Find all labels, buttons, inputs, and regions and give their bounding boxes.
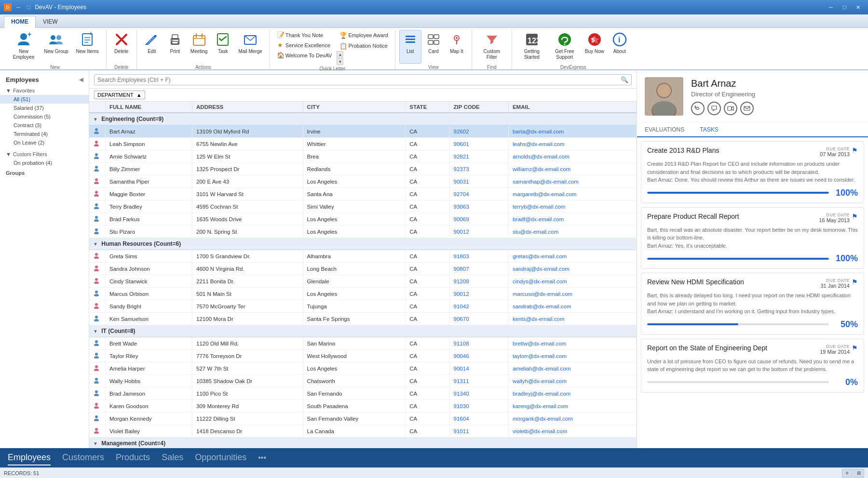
sidebar-custom-filters-header[interactable]: ▼ Custom Filters bbox=[0, 150, 89, 159]
emp-name-cell[interactable]: Brett Wade bbox=[106, 337, 192, 350]
map-view-button[interactable]: Map It bbox=[446, 30, 468, 64]
emp-email-cell[interactable]: sandraj@dx-email.com bbox=[508, 263, 636, 275]
emp-zip-cell[interactable]: 92821 bbox=[449, 150, 508, 163]
minimize-button[interactable]: ─ bbox=[825, 2, 837, 12]
email-link[interactable]: terryb@dx-email.com bbox=[513, 204, 565, 210]
sidebar-item-on-leave[interactable]: On Leave (2) bbox=[0, 138, 89, 147]
video-action-btn[interactable] bbox=[724, 102, 737, 115]
group-chevron[interactable]: ▼ bbox=[93, 329, 98, 334]
zip-link[interactable]: 90014 bbox=[454, 366, 469, 372]
emp-zip-cell[interactable]: 91604 bbox=[449, 412, 508, 425]
table-row[interactable]: Taylor Riley 7776 Torreyson Dr West Holl… bbox=[89, 350, 637, 362]
bottom-more-btn[interactable]: ••• bbox=[258, 453, 266, 462]
email-link[interactable]: williamz@dx-email.com bbox=[513, 166, 570, 172]
emp-email-cell[interactable]: bradf@dx-email.com bbox=[508, 213, 636, 226]
group-row[interactable]: ▼ IT (Count=8) bbox=[89, 325, 637, 337]
emp-name-cell[interactable]: Violet Bailey bbox=[106, 425, 192, 438]
emp-email-cell[interactable]: marcuso@dx-email.com bbox=[508, 288, 636, 300]
zip-link[interactable]: 91803 bbox=[454, 253, 469, 259]
bottom-tab-opportunities[interactable]: Opportunities bbox=[195, 451, 246, 465]
emp-name-cell[interactable]: Samantha Piper bbox=[106, 175, 192, 188]
email-action-btn[interactable] bbox=[740, 102, 754, 115]
table-row[interactable]: Maggie Boxter 3101 W Harvard St Santa An… bbox=[89, 188, 637, 200]
zip-link[interactable]: 91108 bbox=[454, 341, 469, 346]
col-city[interactable]: CITY bbox=[303, 102, 406, 113]
email-link[interactable]: morgank@dx-email.com bbox=[513, 416, 573, 422]
zip-link[interactable]: 91042 bbox=[454, 304, 469, 309]
close-button[interactable]: ✕ bbox=[852, 2, 864, 12]
window-minimize-btn[interactable]: ─ bbox=[14, 4, 22, 10]
email-link[interactable]: sandraj@dx-email.com bbox=[513, 266, 570, 272]
sidebar-favorites-header[interactable]: ▼ Favorites bbox=[0, 86, 89, 95]
about-button[interactable]: i About bbox=[609, 30, 631, 64]
emp-email-cell[interactable]: margaretb@dx-email.com bbox=[508, 188, 636, 200]
email-link[interactable]: margaretb@dx-email.com bbox=[513, 191, 576, 197]
email-link[interactable]: taylorr@dx-email.com bbox=[513, 353, 567, 359]
table-row[interactable]: Sandra Johnson 4600 N Virginia Rd. Long … bbox=[89, 263, 637, 275]
emp-name-cell[interactable]: Arnie Schwartz bbox=[106, 150, 192, 163]
emp-name-cell[interactable]: Taylor Riley bbox=[106, 350, 192, 362]
email-link[interactable]: sandrab@dx-email.com bbox=[513, 304, 571, 309]
emp-email-cell[interactable]: barta@dx-email.com bbox=[508, 125, 636, 138]
emp-email-cell[interactable]: sandrab@dx-email.com bbox=[508, 300, 636, 313]
thank-you-note-button[interactable]: 📝 Thank You Note bbox=[274, 30, 335, 40]
emp-zip-cell[interactable]: 91042 bbox=[449, 300, 508, 313]
bottom-tab-employees[interactable]: Employees bbox=[8, 451, 51, 465]
meeting-button[interactable]: Meeting bbox=[187, 30, 211, 64]
email-link[interactable]: cindys@dx-email.com bbox=[513, 279, 567, 284]
tab-tasks[interactable]: TASKS bbox=[692, 123, 726, 137]
emp-zip-cell[interactable]: 91011 bbox=[449, 425, 508, 438]
zip-link[interactable]: 92821 bbox=[454, 154, 469, 159]
table-row[interactable]: Wally Hobbs 10385 Shadow Oak Dr Chatswor… bbox=[89, 375, 637, 387]
custom-filter-button[interactable]: Custom Filter bbox=[476, 30, 508, 64]
email-link[interactable]: barta@dx-email.com bbox=[513, 129, 564, 134]
emp-email-cell[interactable]: bradleyj@dx-email.com bbox=[508, 387, 636, 400]
emp-name-cell[interactable]: Maggie Boxter bbox=[106, 188, 192, 200]
email-link[interactable]: violetb@dx-email.com bbox=[513, 428, 567, 434]
sidebar-collapse-btn[interactable]: ◀ bbox=[79, 77, 83, 83]
bottom-tab-sales[interactable]: Sales bbox=[162, 451, 183, 465]
emp-email-cell[interactable]: ameliah@dx-email.com bbox=[508, 362, 636, 375]
group-chevron[interactable]: ▼ bbox=[93, 441, 98, 446]
search-input-wrap[interactable]: 🔍 bbox=[94, 74, 632, 85]
table-row[interactable]: Morgan Kennedy 11222 Dilling St San Fern… bbox=[89, 412, 637, 425]
emp-email-cell[interactable]: morgank@dx-email.com bbox=[508, 412, 636, 425]
emp-zip-cell[interactable]: 90012 bbox=[449, 226, 508, 238]
table-row[interactable]: Marcus Orbison 501 N Main St Los Angeles… bbox=[89, 288, 637, 300]
zip-link[interactable]: 90012 bbox=[454, 291, 469, 297]
email-link[interactable]: gretas@dx-email.com bbox=[513, 253, 567, 259]
status-view-btn1[interactable]: ≡ bbox=[842, 469, 853, 478]
chat-action-btn[interactable] bbox=[707, 102, 721, 115]
zip-link[interactable]: 90601 bbox=[454, 141, 469, 147]
emp-zip-cell[interactable]: 90670 bbox=[449, 313, 508, 325]
email-link[interactable]: wallyh@dx-email.com bbox=[513, 378, 567, 384]
group-chevron[interactable]: ▼ bbox=[93, 241, 98, 247]
emp-name-cell[interactable]: Ken Samuelson bbox=[106, 313, 192, 325]
emp-zip-cell[interactable]: 90069 bbox=[449, 213, 508, 226]
emp-name-cell[interactable]: Amelia Harper bbox=[106, 362, 192, 375]
department-dropdown[interactable]: DEPARTMENT ▲ bbox=[94, 91, 145, 99]
group-chevron[interactable]: ▼ bbox=[93, 117, 98, 122]
zip-link[interactable]: 93063 bbox=[454, 204, 469, 210]
emp-email-cell[interactable]: wallyh@dx-email.com bbox=[508, 375, 636, 387]
table-row[interactable]: Samantha Piper 200 E Ave 43 Los Angeles … bbox=[89, 175, 637, 188]
email-link[interactable]: kents@dx-email.com bbox=[513, 316, 565, 322]
zip-link[interactable]: 91604 bbox=[454, 416, 469, 422]
table-row[interactable]: Stu Pizaro 200 N. Spring St Los Angeles … bbox=[89, 226, 637, 238]
col-email[interactable]: EMAIL bbox=[508, 102, 636, 113]
table-row[interactable]: Brad Jameson 1100 Pico St San Fernando C… bbox=[89, 387, 637, 400]
edit-button[interactable]: Edit bbox=[141, 30, 163, 64]
table-row[interactable]: Bart Arnaz 13109 Old Myford Rd Irvine CA… bbox=[89, 125, 637, 138]
phone-action-btn[interactable] bbox=[691, 102, 705, 115]
emp-name-cell[interactable]: Karen Goodson bbox=[106, 400, 192, 412]
emp-zip-cell[interactable]: 90601 bbox=[449, 138, 508, 150]
print-button[interactable]: Print bbox=[164, 30, 186, 64]
col-zip[interactable]: ZIP CODE bbox=[449, 102, 508, 113]
getting-started-button[interactable]: 123 Getting Started bbox=[516, 30, 548, 64]
emp-email-cell[interactable]: brettw@dx-email.com bbox=[508, 337, 636, 350]
emp-zip-cell[interactable]: 90014 bbox=[449, 362, 508, 375]
zip-link[interactable]: 90012 bbox=[454, 229, 469, 235]
emp-email-cell[interactable]: terryb@dx-email.com bbox=[508, 200, 636, 213]
sidebar-item-on-probation[interactable]: On probation (4) bbox=[0, 159, 89, 167]
emp-email-cell[interactable]: gretas@dx-email.com bbox=[508, 250, 636, 263]
